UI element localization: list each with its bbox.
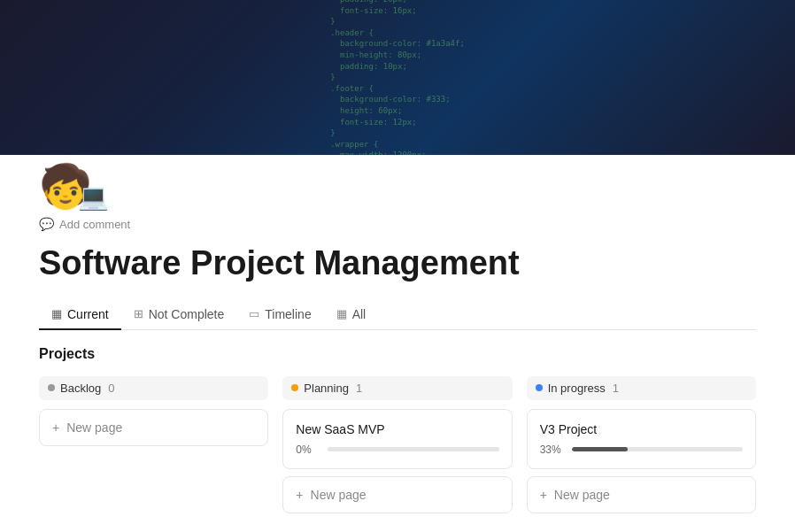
tab-all-label: All — [352, 307, 367, 321]
in-progress-card-0[interactable]: V3 Project 33% — [527, 409, 756, 469]
page-title: Software Project Management — [39, 243, 756, 284]
kanban-column-planning: Planning 1 New SaaS MVP 0% + New page — [282, 376, 512, 513]
in-progress-card-0-progress: 33% — [540, 443, 743, 456]
avatar-area: 🧒 💻 — [0, 155, 795, 208]
tab-not-complete[interactable]: ⊞ Not Complete — [121, 300, 237, 330]
kanban-column-backlog: Backlog 0 + New page — [39, 376, 268, 446]
all-tab-icon: ▦ — [336, 307, 347, 320]
kanban-column-in-progress: In progress 1 V3 Project 33% + New page — [527, 376, 756, 513]
in-progress-card-0-progress-label: 33% — [540, 443, 565, 456]
in-progress-card-0-progress-fill — [572, 447, 629, 451]
backlog-column-header: Backlog 0 — [39, 376, 268, 400]
in-progress-column-title: In progress — [548, 382, 606, 395]
hero-banner: .content { background-image: url(); padd… — [0, 0, 795, 155]
in-progress-new-page-button[interactable]: + New page — [527, 476, 756, 513]
backlog-status-dot — [48, 384, 55, 391]
in-progress-status-dot — [536, 384, 543, 391]
tab-not-complete-label: Not Complete — [149, 307, 225, 321]
add-comment-label: Add comment — [59, 218, 130, 231]
planning-plus-icon: + — [296, 488, 303, 502]
projects-heading: Projects — [39, 346, 756, 362]
planning-card-0-progress-track — [328, 447, 498, 451]
in-progress-new-page-label: New page — [554, 488, 610, 502]
planning-card-0-progress: 0% — [296, 443, 498, 456]
backlog-new-page-label: New page — [66, 420, 122, 435]
kanban-board: Backlog 0 + New page Planning 1 New SaaS… — [39, 376, 756, 513]
comment-icon: 💬 — [39, 217, 54, 231]
planning-new-page-label: New page — [311, 488, 367, 502]
planning-column-title: Planning — [304, 382, 349, 395]
planning-column-header: Planning 1 — [282, 376, 512, 400]
planning-card-0-progress-label: 0% — [296, 443, 320, 456]
backlog-plus-icon: + — [52, 420, 59, 435]
in-progress-card-0-title: V3 Project — [540, 422, 743, 436]
tab-all[interactable]: ▦ All — [324, 300, 379, 330]
in-progress-plus-icon: + — [540, 488, 547, 502]
timeline-tab-icon: ▭ — [249, 307, 259, 320]
planning-column-count: 1 — [356, 382, 362, 395]
backlog-new-page-button[interactable]: + New page — [39, 409, 268, 446]
planning-status-dot — [291, 384, 298, 391]
planning-card-0-title: New SaaS MVP — [296, 422, 498, 436]
tab-timeline-label: Timeline — [265, 307, 311, 321]
backlog-column-count: 0 — [108, 382, 114, 395]
tab-current[interactable]: ▦ Current — [39, 300, 121, 330]
in-progress-column-count: 1 — [613, 382, 619, 395]
in-progress-column-header: In progress 1 — [527, 376, 756, 400]
hero-code-overlay: .content { background-image: url(); padd… — [0, 0, 795, 155]
projects-section: Projects Backlog 0 + New page Planning 1… — [39, 346, 756, 513]
avatar-laptop: 💻 — [78, 182, 109, 212]
add-comment-button[interactable]: 💬 Add comment — [39, 217, 130, 231]
tab-current-label: Current — [67, 307, 109, 321]
in-progress-card-0-progress-track — [572, 447, 743, 451]
tab-timeline[interactable]: ▭ Timeline — [236, 300, 323, 330]
planning-card-0[interactable]: New SaaS MVP 0% — [282, 409, 512, 469]
tabs-bar: ▦ Current ⊞ Not Complete ▭ Timeline ▦ Al… — [39, 300, 756, 330]
not-complete-tab-icon: ⊞ — [134, 307, 143, 320]
backlog-column-title: Backlog — [60, 382, 101, 395]
planning-new-page-button[interactable]: + New page — [282, 476, 512, 513]
current-tab-icon: ▦ — [51, 307, 62, 320]
